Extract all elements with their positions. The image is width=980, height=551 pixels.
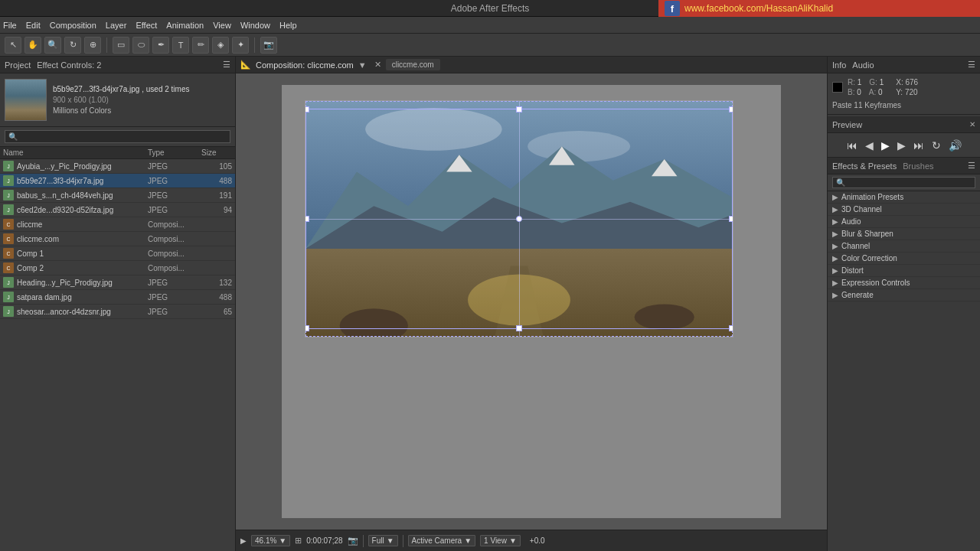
quality-dropdown[interactable]: Full ▼ bbox=[368, 535, 398, 546]
zoom-value: 46.1% bbox=[255, 536, 276, 545]
effect-cat-animation[interactable]: ▶ Animation Presets bbox=[828, 191, 980, 204]
file-row[interactable]: JAyubia_...y_Pic_Prodigy.jpgJPEG105 bbox=[0, 159, 235, 174]
effect-cat-3d[interactable]: ▶ 3D Channel bbox=[828, 204, 980, 216]
view-count-dropdown[interactable]: 1 View ▼ bbox=[480, 535, 521, 546]
jpeg-icon: J bbox=[3, 277, 14, 288]
project-search-bar bbox=[0, 127, 235, 147]
effect-cat-distort[interactable]: ▶ Distort bbox=[828, 265, 980, 277]
tab-project[interactable]: Project bbox=[5, 60, 31, 70]
arrow-blur: ▶ bbox=[832, 230, 838, 238]
tool-mask-ellipse[interactable]: ⬭ bbox=[132, 37, 149, 54]
effect-cat-expression[interactable]: ▶ Expression Controls bbox=[828, 277, 980, 289]
comp-icon: 📐 bbox=[240, 60, 251, 70]
tab-effects-presets[interactable]: Effects & Presets bbox=[832, 161, 897, 171]
composition-viewport[interactable] bbox=[236, 73, 827, 530]
preview-close[interactable]: ✕ bbox=[969, 120, 975, 129]
btn-loop[interactable]: ↻ bbox=[929, 139, 943, 152]
menu-effect[interactable]: Effect bbox=[136, 21, 157, 30]
file-row[interactable]: Jb5b9e27...3f3-d4jxr7a.jpgJPEG488 bbox=[0, 174, 235, 188]
toolbar-sep-1 bbox=[106, 37, 107, 53]
tool-clone[interactable]: ◈ bbox=[212, 37, 229, 54]
file-row[interactable]: CcliccmeComposi... bbox=[0, 217, 235, 232]
effect-cat-audio[interactable]: ▶ Audio bbox=[828, 216, 980, 228]
file-row[interactable]: Jsheosar...ancor-d4dzsnr.jpgJPEG65 bbox=[0, 305, 235, 319]
menu-edit[interactable]: Edit bbox=[26, 21, 41, 30]
file-size: 65 bbox=[201, 308, 232, 316]
file-row[interactable]: JHeading...y_Pic_Prodigy.jpgJPEG132 bbox=[0, 276, 235, 290]
file-row[interactable]: CComp 2Composi... bbox=[0, 261, 235, 276]
effect-cat-blur[interactable]: ▶ Blur & Sharpen bbox=[828, 228, 980, 240]
tab-effect-controls[interactable]: Effect Controls: 2 bbox=[37, 60, 101, 70]
btn-skip-fwd[interactable]: ⏭ bbox=[911, 139, 926, 152]
effects-menu[interactable]: ☰ bbox=[968, 161, 975, 171]
btn-step-fwd[interactable]: ▶ bbox=[895, 139, 908, 152]
tool-zoom[interactable]: 🔍 bbox=[44, 37, 61, 54]
btn-step-back[interactable]: ◀ bbox=[863, 139, 876, 152]
tool-text[interactable]: T bbox=[172, 37, 189, 54]
menu-help[interactable]: Help bbox=[279, 21, 297, 30]
zoom-dropdown[interactable]: 46.1% ▼ bbox=[251, 535, 290, 546]
file-list-header: Name Type Size bbox=[0, 147, 235, 159]
tool-brush[interactable]: ✏ bbox=[192, 37, 209, 54]
r-value: 1 bbox=[858, 78, 862, 86]
menu-animation[interactable]: Animation bbox=[166, 21, 204, 30]
tab-info[interactable]: Info bbox=[832, 60, 846, 70]
tool-mask-rect[interactable]: ▭ bbox=[113, 37, 129, 54]
file-row[interactable]: Jsatpara dam.jpgJPEG488 bbox=[0, 290, 235, 305]
paste-keyframes[interactable]: Paste 11 Keyframes bbox=[832, 101, 975, 109]
r-label: R: 1 bbox=[848, 78, 861, 86]
asset-thumbnail bbox=[5, 79, 47, 121]
btn-audio[interactable]: 🔊 bbox=[946, 139, 964, 152]
file-row[interactable]: Jbabus_s...n_ch-d484veh.jpgJPEG191 bbox=[0, 188, 235, 203]
camera-dropdown[interactable]: Active Camera ▼ bbox=[408, 535, 475, 546]
rgba-values: R: 1 G: 1 B: 0 A: 0 bbox=[848, 78, 884, 96]
comp-close[interactable]: ✕ bbox=[374, 60, 381, 70]
tool-camera[interactable]: 📷 bbox=[260, 37, 277, 54]
menu-view[interactable]: View bbox=[213, 21, 231, 30]
info-menu[interactable]: ☰ bbox=[968, 60, 975, 70]
file-row[interactable]: CComp 1Composi... bbox=[0, 246, 235, 261]
effects-search-input[interactable] bbox=[832, 177, 975, 188]
tool-rotate[interactable]: ↻ bbox=[64, 37, 81, 54]
svg-point-12 bbox=[635, 305, 694, 330]
a-label: A: 0 bbox=[869, 88, 883, 96]
comp-menu[interactable]: ▼ bbox=[358, 60, 367, 70]
vc-timecode: ▶ bbox=[240, 536, 247, 545]
color-swatch bbox=[832, 82, 843, 93]
toolbar: ↖ ✋ 🔍 ↻ ⊕ ▭ ⬭ ✒ T ✏ ◈ ✦ 📷 bbox=[0, 34, 980, 57]
file-type: JPEG bbox=[148, 162, 201, 171]
tool-anchor[interactable]: ⊕ bbox=[84, 37, 101, 54]
effect-cat-generate[interactable]: ▶ Generate bbox=[828, 289, 980, 302]
file-size: 191 bbox=[201, 191, 232, 200]
tool-select[interactable]: ↖ bbox=[5, 37, 21, 54]
asset-thumb-image bbox=[5, 80, 46, 120]
tab-brushes[interactable]: Brushes bbox=[903, 161, 933, 171]
effect-cat-color[interactable]: ▶ Color Correction bbox=[828, 253, 980, 265]
effect-cat-channel[interactable]: ▶ Channel bbox=[828, 240, 980, 253]
tool-pen[interactable]: ✒ bbox=[152, 37, 169, 54]
tool-move[interactable]: ✋ bbox=[24, 37, 41, 54]
menu-file[interactable]: File bbox=[3, 21, 17, 30]
tab-audio[interactable]: Audio bbox=[852, 60, 874, 70]
arrow-animation: ▶ bbox=[832, 193, 838, 201]
title-bar: Adobe After Effects f www.facebook.com/H… bbox=[0, 0, 980, 17]
coord-group: X: 676 Y: 720 bbox=[896, 78, 918, 96]
arrow-expression: ▶ bbox=[832, 279, 838, 287]
btn-play[interactable]: ▶ bbox=[879, 139, 892, 152]
menu-layer[interactable]: Layer bbox=[106, 21, 127, 30]
asset-dimensions: 900 x 600 (1.00) bbox=[53, 96, 230, 104]
project-search-input[interactable] bbox=[5, 130, 230, 143]
fb-url-text: www.facebook.com/ bbox=[684, 3, 766, 14]
project-menu-btn[interactable]: ☰ bbox=[223, 60, 230, 70]
file-size: 488 bbox=[201, 293, 232, 302]
menu-window[interactable]: Window bbox=[240, 21, 270, 30]
comp-tab[interactable]: cliccme.com bbox=[386, 59, 440, 70]
vc-fit[interactable]: ⊞ bbox=[295, 536, 302, 546]
tool-puppet[interactable]: ✦ bbox=[232, 37, 249, 54]
menu-composition[interactable]: Composition bbox=[50, 21, 96, 30]
file-row[interactable]: Ccliccme.comComposi... bbox=[0, 232, 235, 246]
file-row[interactable]: Jc6ed2de...d9320-d52ifza.jpgJPEG94 bbox=[0, 203, 235, 217]
jpeg-icon: J bbox=[3, 292, 14, 302]
info-content: R: 1 G: 1 B: 0 A: 0 X: 676 Y: 720 Paste … bbox=[828, 73, 980, 115]
btn-skip-back[interactable]: ⏮ bbox=[844, 139, 860, 152]
